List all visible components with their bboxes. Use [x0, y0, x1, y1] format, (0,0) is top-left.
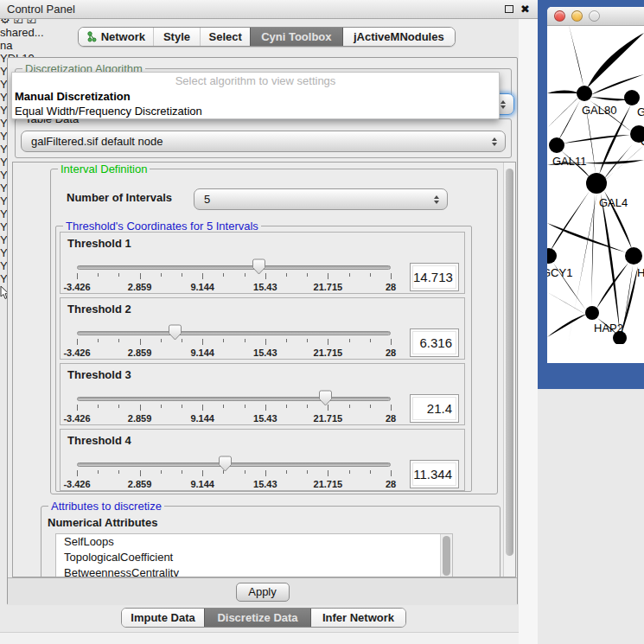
slider-thumb[interactable] [219, 456, 232, 472]
minimize-light[interactable] [571, 10, 583, 22]
tab-network[interactable]: Network [79, 28, 153, 46]
control-panel-titlebar: Control Panel ✖ [0, 0, 538, 19]
network-icon [86, 30, 97, 43]
network-node[interactable] [549, 137, 564, 153]
tab-infer-network[interactable]: Infer Network [311, 609, 405, 627]
slider-track [77, 397, 391, 401]
attribute-item[interactable]: SelfLoops [56, 534, 452, 550]
threshold-slider[interactable]: -3.4262.8599.14415.4321.71528 [77, 323, 391, 360]
scrollbar-thumb[interactable] [443, 536, 450, 576]
attribute-item[interactable]: BetweennessCentrality [56, 565, 452, 577]
threshold-slider[interactable]: -3.4262.8599.14415.4321.71528 [77, 455, 391, 491]
numerical-attributes-list[interactable]: SelfLoopsTopologicalCoefficientBetweenne… [55, 533, 453, 577]
scale-label: 15.43 [253, 282, 277, 292]
scale-label: 21.715 [314, 348, 343, 358]
tab-impute-data[interactable]: Impute Data [122, 609, 204, 627]
network-node[interactable] [585, 306, 599, 320]
threshold-slider[interactable]: -3.4262.8599.14415.4321.71528 [77, 389, 391, 425]
scale-label: -3.426 [63, 348, 90, 358]
node-label-gal4: GAL4 [599, 196, 628, 209]
scale-label: 2.859 [128, 348, 152, 358]
scale-label: 28 [386, 479, 396, 489]
threshold-label: Threshold 3 [67, 368, 131, 381]
combo-arrows-icon [492, 137, 497, 146]
threshold-label: Threshold 4 [67, 434, 131, 447]
number-of-intervals-combobox[interactable]: 5 [194, 188, 448, 210]
threshold-value-field[interactable]: 14.713 [410, 263, 459, 291]
attributes-group: Attributes to discretize Numerical Attri… [41, 506, 501, 577]
tab-label: Cyni Toolbox [261, 30, 331, 43]
tab-style[interactable]: Style [153, 28, 201, 46]
group-title: Threshold's Coordinates for 5 Intervals [63, 220, 261, 233]
panel-gap [519, 19, 538, 644]
network-node[interactable] [624, 90, 640, 105]
combo-arrows-icon [434, 195, 439, 204]
slider-thumb[interactable] [252, 258, 265, 275]
threshold-value: 11.344 [412, 462, 456, 486]
threshold-slider[interactable]: -3.4262.8599.14415.4321.71528 [77, 258, 391, 294]
table-data-combobox[interactable]: galFiltered.sif default node [21, 131, 506, 152]
slider-thumb[interactable] [169, 324, 182, 341]
cyni-toolbox-panel: Discretization Algorithm Select algorith… [7, 57, 518, 605]
scale-label: 9.144 [190, 348, 214, 358]
scale-label: 9.144 [190, 282, 214, 292]
tab-select[interactable]: Select [200, 28, 250, 46]
threshold-value-field[interactable]: 21.4 [410, 394, 459, 423]
scale-label: 2.859 [128, 413, 152, 424]
threshold-value-field[interactable]: 6.316 [410, 328, 459, 357]
threshold-panel: Threshold 1-3.4262.8599.14415.4321.71528… [60, 232, 465, 294]
slider-scale: -3.4262.8599.14415.4321.71528 [77, 413, 391, 424]
zoom-light[interactable] [589, 10, 600, 22]
scale-label: 2.859 [128, 282, 152, 292]
threshold-panel: Threshold 2-3.4262.8599.14415.4321.71528… [60, 297, 465, 360]
scale-label: 21.715 [314, 479, 343, 489]
node-label-gal11: GAL11 [552, 155, 587, 168]
tab-label: jActiveMNodules [354, 30, 444, 43]
node-label-gcy1: GCY1 [547, 266, 572, 279]
network-node[interactable] [577, 86, 592, 101]
threshold-value-field[interactable]: 11.344 [410, 460, 459, 488]
dropdown-option-equal-width[interactable]: Equal Width/Frequency Discretization [12, 104, 499, 118]
slider-track [77, 462, 391, 467]
network-node[interactable] [547, 248, 557, 264]
threshold-value: 21.4 [412, 397, 456, 420]
slider-scale: -3.4262.8599.14415.4321.71528 [77, 348, 391, 358]
slider-thumb[interactable] [319, 390, 332, 406]
apply-button[interactable]: Apply [236, 583, 290, 602]
tab-label: Impute Data [131, 611, 194, 624]
list-scrollbar[interactable] [440, 534, 452, 577]
attribute-item[interactable]: TopologicalCoefficient [56, 550, 452, 565]
numerical-attributes-label: Numerical Attributes [48, 516, 157, 529]
control-panel-tabs: Network Style Select Cyni Toolbox jActiv… [78, 27, 456, 47]
group-title: Attributes to discretize [48, 500, 164, 513]
close-light[interactable] [554, 10, 565, 22]
scale-label: 28 [386, 282, 396, 292]
dropdown-option-manual[interactable]: Manual Discretization [12, 89, 499, 104]
scale-label: 21.715 [314, 413, 343, 424]
algorithm-dropdown-popup: Select algorithm to view settings Manual… [11, 72, 500, 119]
scale-label: -3.426 [63, 282, 90, 292]
tab-jactivemnodules[interactable]: jActiveMNodules [343, 28, 455, 46]
threshold-panel: Threshold 4-3.4262.8599.14415.4321.71528… [60, 429, 465, 491]
node-label-clipped: C [641, 135, 644, 148]
bottom-strip [0, 632, 538, 644]
tab-cyni-toolbox[interactable]: Cyni Toolbox [250, 28, 343, 46]
threshold-label: Threshold 2 [67, 303, 131, 316]
scale-label: -3.426 [63, 479, 90, 489]
panel-scrollbar[interactable] [503, 163, 515, 577]
slider-scale: -3.4262.8599.14415.4321.71528 [77, 282, 391, 292]
attr-items: SelfLoopsTopologicalCoefficientBetweenne… [56, 534, 452, 577]
network-node[interactable] [625, 247, 642, 265]
network-canvas[interactable]: GAL80 GA C GAL11 GAL4 GCY1 H HAP2 [547, 7, 644, 344]
scrollbar-thumb[interactable] [506, 169, 513, 556]
dropdown-prompt: Select algorithm to view settings [12, 73, 499, 89]
node-label-gal80: GAL80 [582, 104, 616, 117]
close-icon[interactable]: ✖ [520, 2, 530, 17]
slider-track [77, 265, 391, 270]
interval-definition-group: Interval Definition Number of Intervals … [50, 169, 498, 494]
float-window-icon[interactable] [505, 5, 513, 13]
scale-label: 15.43 [253, 413, 277, 424]
network-node[interactable] [586, 173, 607, 194]
tab-discretize-data[interactable]: Discretize Data [204, 609, 311, 627]
tab-label: Infer Network [322, 611, 394, 624]
